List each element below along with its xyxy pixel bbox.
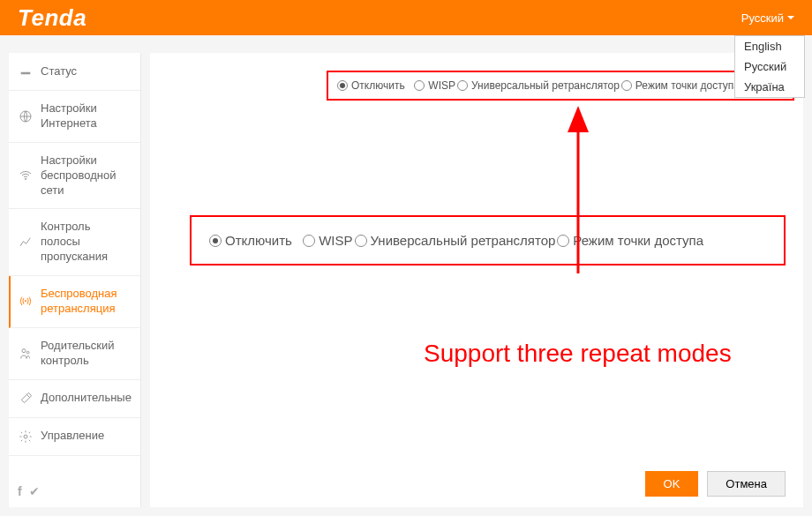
- social-icons: f ✔: [18, 484, 40, 498]
- logo: Tenda: [18, 4, 86, 32]
- lang-option-russian[interactable]: Русский: [735, 56, 804, 77]
- sidebar-item-repeater[interactable]: Беспроводная ретрансляция: [9, 276, 140, 328]
- router-icon: [18, 64, 34, 79]
- parental-icon: [18, 346, 34, 362]
- radio-icon: [337, 80, 348, 91]
- main-container: Статус Настройки Интернета Настройки бес…: [0, 35, 812, 516]
- header-bar: Tenda Русский English Русский Україна: [0, 0, 812, 35]
- radio-icon: [457, 80, 468, 91]
- radio-icon: [557, 235, 569, 247]
- sidebar-item-wireless[interactable]: Настройки беспроводной сети: [9, 143, 140, 210]
- sidebar-item-parental[interactable]: Родительский контроль: [9, 328, 140, 380]
- cancel-button[interactable]: Отмена: [707, 471, 786, 497]
- sidebar-item-label: Настройки Интернета: [41, 101, 132, 131]
- radio-label: Режим точки доступа: [635, 79, 740, 92]
- radio-label: WISP: [428, 79, 455, 92]
- radio-label: Режим точки доступа: [573, 233, 703, 248]
- sidebar-item-bandwidth[interactable]: Контроль полосы пропускания: [9, 209, 140, 276]
- chart-icon: [18, 235, 34, 251]
- sidebar-item-label: Беспроводная ретрансляция: [41, 287, 132, 317]
- svg-point-4: [26, 351, 29, 354]
- radio-ap-mode-large[interactable]: Режим точки доступа: [557, 233, 703, 248]
- radio-disable-large[interactable]: Отключить: [209, 233, 292, 248]
- svg-point-2: [25, 300, 26, 302]
- sidebar-item-label: Дополнительные: [41, 391, 132, 406]
- antenna-icon: [18, 294, 34, 310]
- sidebar-item-status[interactable]: Статус: [9, 53, 140, 91]
- radio-icon: [621, 80, 632, 91]
- sidebar: Статус Настройки Интернета Настройки бес…: [9, 53, 141, 507]
- mode-radio-group-small: Отключить WISP Универсальный ретранслято…: [327, 71, 794, 101]
- sidebar-item-label: Контроль полосы пропускания: [41, 220, 132, 265]
- lang-option-ukraine[interactable]: Україна: [735, 77, 804, 97]
- globe-icon: [18, 108, 34, 124]
- radio-icon: [209, 235, 222, 247]
- sidebar-item-label: Статус: [41, 64, 77, 79]
- language-selector[interactable]: Русский: [741, 11, 794, 25]
- radio-icon: [355, 235, 367, 247]
- language-dropdown: English Русский Україна: [734, 35, 805, 98]
- ok-button[interactable]: OK: [645, 471, 699, 497]
- radio-universal-repeater-large[interactable]: Универсальный ретранслятор: [355, 233, 556, 248]
- svg-point-3: [22, 348, 26, 352]
- radio-icon: [303, 235, 315, 247]
- radio-wisp-large[interactable]: WISP: [303, 233, 352, 248]
- radio-wisp[interactable]: WISP: [414, 79, 455, 92]
- radio-disable[interactable]: Отключить: [337, 79, 405, 92]
- svg-point-1: [25, 178, 26, 180]
- svg-point-5: [24, 435, 27, 438]
- sidebar-item-label: Настройки беспроводной сети: [41, 153, 132, 198]
- content-area: Отключить WISP Универсальный ретранслято…: [150, 53, 803, 507]
- footer-buttons: OK Отмена: [645, 471, 786, 497]
- radio-ap-mode[interactable]: Режим точки доступа: [621, 79, 740, 92]
- mode-radio-group-large: Отключить WISP Универсальный ретранслято…: [190, 215, 786, 265]
- tools-icon: [18, 391, 34, 407]
- wifi-icon: [18, 168, 34, 183]
- language-current: Русский: [741, 11, 784, 25]
- lang-option-english[interactable]: English: [735, 36, 804, 56]
- gear-icon: [18, 429, 34, 445]
- radio-label: Отключить: [225, 233, 292, 248]
- radio-label: Универсальный ретранслятор: [371, 233, 556, 248]
- sidebar-item-internet[interactable]: Настройки Интернета: [9, 91, 140, 143]
- sidebar-item-advanced[interactable]: Дополнительные: [9, 380, 140, 418]
- radio-label: Универсальный ретранслятор: [471, 79, 620, 92]
- annotation-text: Support three repeat modes: [424, 340, 732, 368]
- chevron-down-icon: [787, 16, 794, 19]
- sidebar-item-label: Управление: [41, 429, 104, 444]
- sidebar-item-management[interactable]: Управление: [9, 418, 140, 456]
- facebook-icon[interactable]: f: [18, 484, 22, 498]
- radio-label: Отключить: [351, 79, 405, 92]
- radio-label: WISP: [319, 233, 352, 248]
- radio-universal-repeater[interactable]: Универсальный ретранслятор: [457, 79, 620, 92]
- sidebar-item-label: Родительский контроль: [41, 339, 132, 369]
- twitter-icon[interactable]: ✔: [29, 484, 40, 498]
- radio-icon: [414, 80, 425, 91]
